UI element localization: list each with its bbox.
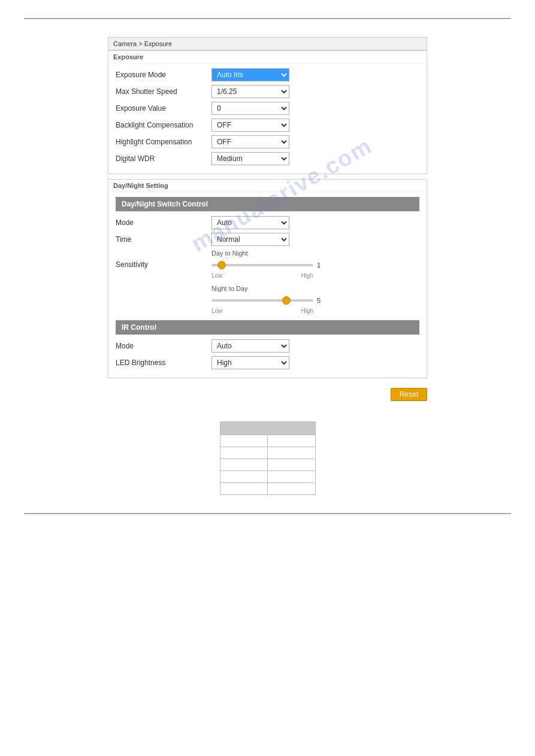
table-header-row — [220, 422, 315, 435]
night-to-day-minmax: Low High — [211, 308, 313, 314]
day-to-night-slider-row: 1 — [211, 260, 329, 270]
digital-wdr-select[interactable]: Medium — [211, 152, 289, 165]
dn-time-label: Time — [116, 235, 211, 244]
data-table — [220, 421, 316, 495]
table-cell — [268, 447, 316, 459]
table-row — [220, 459, 315, 471]
sensitivity-block: Sensitivity Day to Night — [116, 250, 419, 314]
table-cell — [220, 447, 268, 459]
day-night-content: Day/Night Switch Control Mode Auto — [108, 192, 427, 378]
night-to-day-slider[interactable] — [211, 296, 313, 305]
max-shutter-control[interactable]: 1/6.25 — [211, 85, 289, 98]
dn-mode-control[interactable]: Auto — [211, 216, 289, 229]
led-brightness-control[interactable]: High — [211, 356, 289, 369]
table-cell — [220, 483, 268, 495]
table-cell — [220, 435, 268, 447]
night-to-day-track — [211, 299, 313, 302]
dn-mode-label: Mode — [116, 218, 211, 227]
digital-wdr-row: Digital WDR Medium — [116, 152, 419, 165]
exposure-legend: Exposure — [108, 51, 427, 63]
digital-wdr-control[interactable]: Medium — [211, 152, 289, 165]
ir-mode-row: Mode Auto — [116, 339, 419, 353]
highlight-comp-select[interactable]: OFF — [211, 135, 289, 148]
exposure-value-control[interactable]: 0 — [211, 102, 289, 115]
exposure-value-select[interactable]: 0 — [211, 102, 289, 115]
day-night-legend: Day/Night Setting — [108, 180, 427, 192]
table-row — [220, 483, 315, 495]
exposure-content: Exposure Mode Auto Iris Max Shutter Spee… — [108, 63, 427, 174]
table-cell — [268, 483, 316, 495]
table-cell — [220, 471, 268, 483]
max-shutter-label: Max Shutter Speed — [116, 87, 211, 96]
day-to-night-track — [211, 264, 313, 266]
day-to-night-label: Day to Night — [211, 250, 329, 257]
led-brightness-row: LED Brightness High — [116, 356, 419, 369]
dn-time-row: Time Normal — [116, 233, 419, 246]
highlight-comp-label: Highlight Compensation — [116, 138, 211, 146]
led-brightness-label: LED Brightness — [116, 359, 211, 367]
day-night-switch-header: Day/Night Switch Control — [116, 197, 419, 211]
ir-control-header: IR Control — [116, 320, 419, 335]
backlight-comp-select[interactable]: OFF — [211, 119, 289, 132]
backlight-comp-label: Backlight Compensation — [116, 121, 211, 129]
dn-time-control[interactable]: Normal — [211, 233, 289, 246]
table-cell — [220, 459, 268, 471]
backlight-comp-control[interactable]: OFF — [211, 119, 289, 132]
table-cell — [268, 435, 316, 447]
exposure-mode-label: Exposure Mode — [116, 71, 211, 79]
night-to-day-thumb[interactable] — [282, 296, 291, 305]
max-shutter-row: Max Shutter Speed 1/6.25 — [116, 85, 419, 98]
night-to-day-value: 5 — [317, 297, 329, 304]
backlight-comp-row: Backlight Compensation OFF — [116, 119, 419, 132]
exposure-value-row: Exposure Value 0 — [116, 102, 419, 115]
exposure-mode-control[interactable]: Auto Iris — [211, 68, 289, 81]
table-row — [220, 471, 315, 483]
dn-mode-row: Mode Auto — [116, 216, 419, 229]
max-shutter-select[interactable]: 1/6.25 — [211, 85, 289, 98]
ir-mode-control[interactable]: Auto — [211, 339, 289, 353]
sensitivity-label: Sensitivity — [116, 250, 211, 269]
reset-row: Reset — [108, 383, 427, 403]
table-cell — [268, 459, 316, 471]
night-to-day-slider-row: 5 — [211, 296, 329, 305]
night-to-day-label: Night to Day — [211, 285, 329, 292]
exposure-value-label: Exposure Value — [116, 104, 211, 113]
exposure-panel: Exposure Exposure Mode Auto Iris — [108, 50, 427, 174]
digital-wdr-label: Digital WDR — [116, 154, 211, 163]
day-to-night-minmax: Low High — [211, 272, 313, 279]
highlight-comp-row: Highlight Compensation OFF — [116, 135, 419, 148]
day-to-night-slider[interactable] — [211, 260, 313, 270]
ir-mode-label: Mode — [116, 342, 211, 350]
table-header-cell — [220, 422, 315, 435]
day-to-night-value: 1 — [317, 262, 329, 269]
sensitivity-controls: Day to Night 1 — [211, 250, 329, 314]
exposure-mode-select[interactable]: Auto Iris — [211, 68, 289, 81]
led-brightness-select[interactable]: High — [211, 356, 289, 369]
dn-mode-select[interactable]: Auto — [211, 216, 289, 229]
day-night-panel: Day/Night Setting Day/Night Switch Contr… — [108, 179, 427, 378]
ir-mode-select[interactable]: Auto — [211, 339, 289, 353]
breadcrumb: Camera > Exposure — [108, 37, 427, 50]
exposure-mode-row: Exposure Mode Auto Iris — [116, 68, 419, 81]
reset-button[interactable]: Reset — [391, 388, 427, 401]
highlight-comp-control[interactable]: OFF — [211, 135, 289, 148]
table-cell — [268, 471, 316, 483]
dn-time-select[interactable]: Normal — [211, 233, 289, 246]
day-to-night-thumb[interactable] — [217, 261, 226, 269]
table-row — [220, 435, 315, 447]
bottom-table-section — [0, 421, 535, 495]
table-row — [220, 447, 315, 459]
